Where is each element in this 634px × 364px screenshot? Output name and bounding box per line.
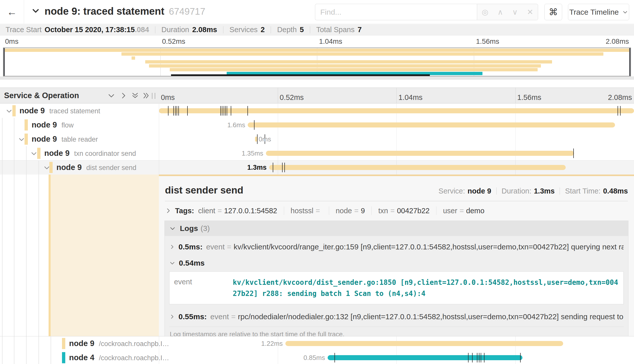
log-entry-expanded-header[interactable]: 0.54ms [169, 256, 624, 271]
keyboard-shortcuts-button[interactable]: ⌘ [544, 4, 562, 20]
chevron-down-icon[interactable] [30, 150, 37, 158]
span-duration-bar[interactable] [285, 341, 563, 346]
detail-meta-label: Duration: [502, 187, 532, 195]
span-detail-title: dist sender send [165, 185, 243, 196]
tag-value: 127.0.0.1:54582 [224, 207, 277, 215]
stat-label: Depth [277, 26, 297, 34]
log-entry-collapsed[interactable]: 0.55ms: event = rpc/nodedialer/nodediale… [169, 307, 624, 326]
span-row-label: node 9txn coordinator send [0, 146, 159, 160]
span-duration-label: 0ms [259, 132, 271, 146]
title-chevron-down-icon[interactable] [31, 7, 40, 16]
page-title: node 9: traced statement6749717 [45, 6, 205, 17]
span-row[interactable]: node 4/cockroach.roachpb.I…0.85ms [0, 351, 634, 364]
back-arrow-icon: ← [7, 6, 17, 18]
view-selector-button[interactable]: Trace Timeline [568, 4, 629, 20]
minimap-left-scrubber[interactable] [4, 48, 5, 76]
stat-divider [155, 26, 155, 33]
span-row[interactable]: node 9dist sender send1.3ms [0, 160, 634, 175]
tags-row[interactable]: Tags: client=127.0.0.1:54582hostssl=node… [164, 201, 628, 220]
stat-label: Duration [161, 26, 189, 34]
trace-title-text: node 9: traced statement [45, 6, 164, 17]
log-event-tick [177, 106, 177, 116]
stat-value: 5 [300, 26, 304, 34]
find-prev-icon[interactable]: ∧ [497, 8, 503, 16]
span-row[interactable]: node 9txn coordinator send1.35ms [0, 146, 634, 160]
stat-value: 2.08ms [192, 26, 217, 34]
span-duration-label: 1.3ms [247, 160, 267, 175]
stat-divider [310, 26, 310, 33]
find-input[interactable] [315, 4, 477, 20]
timeline-header: Service & Operation 0ms0.52ms1.04ms1.56m… [0, 88, 634, 103]
ruler-ticks: 0ms0.52ms1.04ms1.56ms2.08ms [159, 88, 634, 103]
expand-all-icon[interactable] [142, 92, 150, 101]
operation-name: table reader [61, 136, 98, 143]
logs-count: (3) [201, 224, 210, 233]
chevron-down-icon[interactable] [18, 136, 25, 144]
log-event-tick [187, 106, 188, 116]
service-name: node 9 [69, 339, 94, 348]
trace-minimap[interactable] [3, 48, 631, 76]
log-event-tick [472, 353, 473, 362]
tag-divider [436, 206, 436, 215]
span-row[interactable]: node 9traced statement [0, 104, 634, 118]
log-event-tick [618, 106, 618, 116]
span-row[interactable]: node 9flow1.6ms [0, 118, 634, 132]
find-target-icon[interactable]: ◎ [482, 8, 488, 16]
collapse-all-icon[interactable] [131, 92, 139, 101]
minimap-axis: 0ms0.52ms1.04ms1.56ms2.08ms [3, 35, 631, 47]
service-color-chip [25, 134, 28, 145]
find-clear-icon[interactable]: ✕ [527, 8, 533, 16]
log-event-tick [178, 106, 179, 116]
span-duration-bar[interactable] [266, 151, 574, 156]
equals-sign: = [316, 207, 320, 215]
time-tick-label: 2.08ms [608, 93, 632, 102]
minimap-span-bar [121, 52, 604, 56]
stat-value: 7 [358, 26, 362, 34]
column-resize-grip[interactable] [152, 93, 155, 99]
view-selector-label: Trace Timeline [569, 8, 619, 16]
stat-value: October 15 2020, 17:38:15 [45, 26, 135, 34]
timeline-ruler: 0ms0.52ms1.04ms1.56ms2.08ms [159, 88, 634, 103]
log-event-tick [254, 120, 255, 130]
log-event-tick [273, 163, 273, 172]
service-name: node 9 [32, 135, 57, 143]
stat-label: Total Spans [316, 26, 355, 34]
span-name: node 9txn coordinator send [44, 146, 136, 162]
tag-key: user [443, 207, 457, 215]
operation-name: traced statement [49, 107, 100, 115]
log-event-tick [247, 106, 248, 116]
expand-one-icon[interactable] [119, 92, 128, 101]
operation-name: /cockroach.roachpb.I… [99, 340, 169, 348]
logs-header[interactable]: Logs (3) [165, 221, 628, 236]
equals-sign: = [227, 243, 231, 251]
collapse-one-icon[interactable] [107, 92, 115, 101]
service-color-chip [37, 148, 40, 159]
minimap-right-scrubber[interactable] [629, 48, 630, 76]
service-color-chip [25, 119, 28, 131]
log-event-tick [225, 106, 226, 116]
log-event-tick [224, 106, 224, 116]
span-row[interactable]: node 9/cockroach.roachpb.I…1.22ms [0, 336, 634, 351]
span-duration-bar[interactable] [159, 108, 634, 113]
equals-sign: = [218, 207, 222, 215]
log-event-tick [257, 134, 258, 144]
span-row[interactable]: node 9table reader0ms [0, 132, 634, 146]
log-event-tick [284, 163, 285, 172]
detail-bottom-border [0, 336, 634, 336]
span-duration-bar[interactable] [248, 122, 615, 127]
chevron-down-icon[interactable] [6, 108, 13, 116]
log-entry-collapsed[interactable]: 0.5ms: event = kv/kvclient/kvcoord/range… [169, 238, 624, 256]
tag-value: 00427b22 [397, 207, 430, 215]
operation-name: /cockroach.roachpb.I… [99, 354, 169, 362]
equals-sign: = [231, 312, 236, 321]
find-next-icon[interactable]: ∨ [512, 8, 518, 16]
time-tick-label: 0.52ms [162, 37, 185, 46]
time-tick-label: 1.04ms [398, 93, 422, 102]
span-row-timeline: 1.3ms [159, 160, 634, 175]
stat-value: 2 [261, 26, 265, 34]
span-duration-bar[interactable] [269, 165, 566, 170]
span-duration-bar[interactable] [328, 355, 522, 360]
operation-name: dist sender send [86, 164, 136, 172]
back-button[interactable]: ← [0, 0, 24, 24]
trace-timeline-page: ← node 9: traced statement6749717 ◎ ∧ ∨ … [0, 0, 634, 364]
